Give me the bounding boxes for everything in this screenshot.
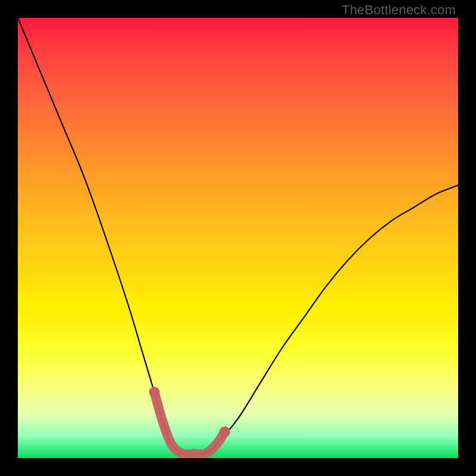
main-curve xyxy=(18,18,458,455)
highlight-end-dot xyxy=(149,387,159,397)
curve-layer xyxy=(18,18,458,458)
watermark-text: TheBottleneck.com xyxy=(342,2,456,18)
highlight-end-dot xyxy=(220,427,230,437)
plot-area xyxy=(18,18,458,458)
chart-frame: TheBottleneck.com xyxy=(0,0,476,476)
highlight-band xyxy=(154,392,224,455)
